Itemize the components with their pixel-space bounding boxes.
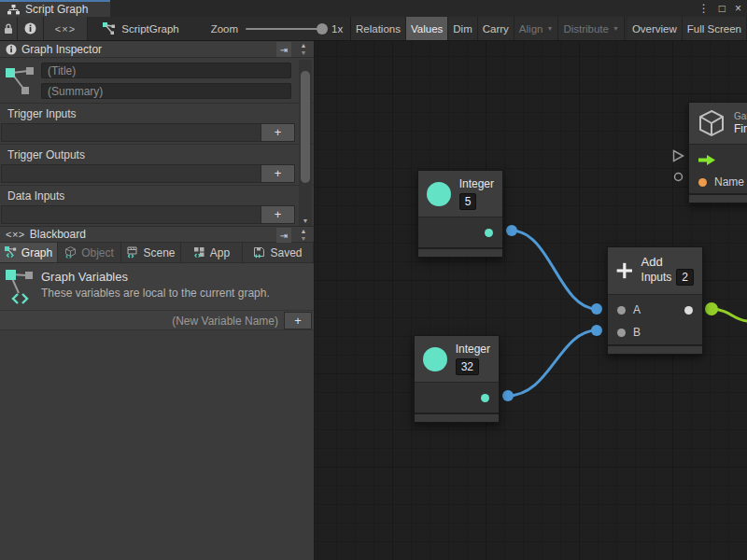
inspect-button[interactable] bbox=[18, 17, 44, 40]
panel-scroll-arrows[interactable]: ▲ ▼ bbox=[297, 42, 310, 57]
wire-integer32-to-add-b[interactable] bbox=[508, 330, 597, 396]
caret-down-icon: ▼ bbox=[546, 25, 553, 32]
kebab-menu-icon[interactable]: ⋮ bbox=[698, 2, 710, 15]
node-add[interactable]: Add Inputs 2 A B bbox=[607, 246, 703, 355]
graph-hierarchy-icon bbox=[7, 5, 20, 15]
graph-variables-title: Graph Variables bbox=[41, 270, 306, 284]
node-integer-32[interactable]: Integer 32 bbox=[414, 335, 500, 423]
graph-variables-icon bbox=[6, 269, 34, 306]
blackboard-header: <×> Blackboard ⇥ ▲ ▼ bbox=[0, 226, 314, 243]
dock-panel-icon[interactable]: ⇥ bbox=[276, 228, 291, 243]
tab-graph-label: Graph bbox=[21, 246, 52, 259]
close-icon[interactable]: × bbox=[735, 2, 741, 15]
current-graph-label: ScriptGraph bbox=[121, 23, 178, 35]
relations-button[interactable]: Relations bbox=[351, 17, 406, 40]
lock-icon bbox=[4, 23, 13, 35]
info-icon bbox=[24, 22, 36, 35]
graph-variables-icon bbox=[6, 65, 35, 97]
tab-object[interactable]: Object bbox=[58, 243, 121, 262]
trigger-input-port[interactable] bbox=[698, 155, 715, 165]
sidebar: Graph Inspector ⇥ ▲ ▼ Trigger Inputs + T… bbox=[0, 41, 315, 560]
scroll-up-icon[interactable]: ▲ bbox=[301, 42, 307, 49]
node-title: Fin bbox=[734, 122, 747, 135]
wire-endpoint bbox=[705, 302, 718, 315]
plus-icon bbox=[616, 258, 633, 284]
overview-label: Overview bbox=[632, 23, 677, 35]
maximize-icon[interactable]: □ bbox=[719, 2, 726, 15]
scroll-down-icon[interactable]: ▼ bbox=[299, 217, 312, 224]
code-icon: <×> bbox=[55, 23, 76, 35]
values-button[interactable]: Values bbox=[406, 17, 448, 40]
node-footer bbox=[689, 193, 747, 203]
align-label: Align bbox=[519, 23, 543, 35]
integer-type-icon bbox=[423, 347, 447, 371]
scroll-down-icon[interactable]: ▼ bbox=[301, 235, 307, 243]
full-screen-button[interactable]: Full Screen bbox=[683, 17, 747, 40]
new-variable-row: + bbox=[0, 310, 314, 330]
wire-integer5-to-add-a[interactable] bbox=[512, 231, 597, 309]
output-port[interactable] bbox=[684, 306, 693, 315]
add-trigger-output-button[interactable]: + bbox=[261, 165, 294, 182]
output-port[interactable] bbox=[481, 394, 489, 402]
saved-scope-icon bbox=[253, 246, 265, 259]
carry-button[interactable]: Carry bbox=[478, 17, 514, 40]
integer-value-field[interactable]: 32 bbox=[456, 358, 479, 375]
tab-app[interactable]: App bbox=[181, 243, 243, 262]
node-find[interactable]: Gam Fin Name bbox=[688, 102, 747, 203]
new-variable-input[interactable] bbox=[6, 312, 278, 329]
add-data-input-button[interactable]: + bbox=[261, 206, 294, 223]
zoom-value: 1x bbox=[331, 23, 343, 35]
graph-scope-icon bbox=[5, 246, 17, 259]
input-port-b-label: B bbox=[633, 326, 641, 339]
graph-title-input[interactable] bbox=[41, 63, 291, 78]
graph-inspector-title: Graph Inspector bbox=[21, 43, 102, 56]
inputs-count-field[interactable]: 2 bbox=[676, 269, 694, 286]
wire-endpoint bbox=[506, 225, 517, 236]
tab-graph[interactable]: Graph bbox=[0, 243, 58, 262]
data-inputs-list: + bbox=[1, 205, 295, 224]
scrollbar-thumb[interactable] bbox=[301, 71, 310, 183]
unconnected-value-marker[interactable] bbox=[673, 172, 684, 182]
node-title: Integer bbox=[459, 177, 494, 190]
tab-app-label: App bbox=[210, 246, 230, 259]
overview-button[interactable]: Overview bbox=[627, 17, 683, 40]
inspector-scrollbar[interactable]: ▼ bbox=[299, 60, 312, 226]
lock-button[interactable] bbox=[0, 17, 18, 40]
graph-toolbar: <×> ScriptGraph Zoom 1x Relations Values… bbox=[0, 17, 747, 41]
graph-summary-input[interactable] bbox=[41, 83, 291, 99]
scroll-up-icon[interactable]: ▲ bbox=[301, 228, 307, 235]
node-integer-5[interactable]: Integer 5 bbox=[417, 170, 503, 258]
info-icon bbox=[6, 44, 17, 55]
graph-variables-description: These variables are local to the current… bbox=[41, 287, 306, 300]
dock-panel-icon[interactable]: ⇥ bbox=[276, 42, 291, 57]
zoom-slider[interactable] bbox=[246, 28, 324, 30]
name-input-port[interactable] bbox=[698, 178, 707, 187]
distribute-button[interactable]: Distribute▼ bbox=[558, 17, 625, 40]
tab-scene[interactable]: Scene bbox=[121, 243, 181, 262]
align-button[interactable]: Align▼ bbox=[514, 17, 559, 40]
zoom-slider-handle[interactable] bbox=[317, 23, 328, 35]
scroll-down-icon[interactable]: ▼ bbox=[301, 49, 307, 57]
data-inputs-label: Data Inputs bbox=[0, 185, 314, 205]
integer-value-field[interactable]: 5 bbox=[459, 193, 477, 210]
window-tab-bar: Script Graph ⋮ □ × bbox=[0, 0, 747, 17]
graph-canvas[interactable]: Integer 5 Integer 32 bbox=[315, 41, 747, 560]
input-port-b[interactable] bbox=[617, 329, 626, 337]
tab-saved[interactable]: Saved bbox=[243, 243, 314, 262]
input-port-a[interactable] bbox=[617, 306, 626, 315]
tab-object-label: Object bbox=[81, 246, 114, 259]
output-port[interactable] bbox=[485, 229, 493, 237]
blackboard-tabs: Graph Object Scene bbox=[0, 243, 314, 263]
trigger-outputs-label: Trigger Outputs bbox=[0, 144, 314, 164]
code-view-button[interactable]: <×> bbox=[44, 17, 89, 40]
add-variable-button[interactable]: + bbox=[284, 312, 312, 329]
script-graph-icon bbox=[103, 22, 116, 35]
panel-scroll-arrows[interactable]: ▲ ▼ bbox=[297, 228, 310, 243]
object-scope-icon bbox=[64, 246, 77, 259]
dim-button[interactable]: Dim bbox=[448, 17, 477, 40]
unconnected-trigger-marker[interactable] bbox=[672, 149, 684, 162]
add-trigger-input-button[interactable]: + bbox=[261, 124, 294, 141]
wire-endpoint bbox=[591, 325, 602, 336]
tab-script-graph[interactable]: Script Graph bbox=[0, 0, 110, 17]
tab-scene-label: Scene bbox=[143, 246, 175, 259]
